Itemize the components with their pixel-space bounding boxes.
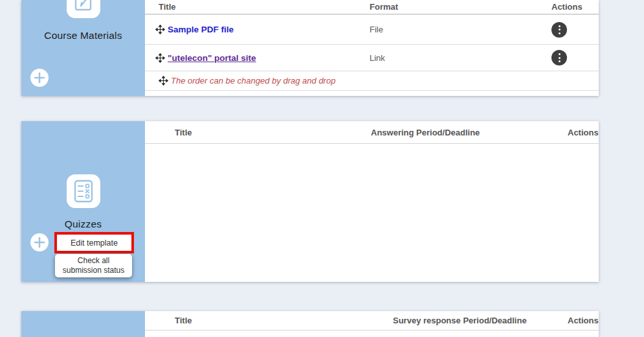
drag-move-icon — [159, 76, 168, 86]
edit-document-icon — [67, 0, 100, 18]
drag-move-icon[interactable] — [155, 53, 165, 63]
column-header-actions: Actions — [568, 316, 599, 325]
column-header-answering-period: Answering Period/Deadline — [371, 128, 480, 137]
plus-icon — [30, 233, 49, 251]
add-quiz-button[interactable] — [30, 233, 49, 251]
material-format: File — [370, 25, 551, 34]
plus-icon — [30, 69, 49, 87]
material-row-pdf: Sample PDF file File — [145, 15, 599, 45]
quizzes-card: Quizzes Edit template Check all submissi… — [21, 121, 599, 282]
material-row-utelecon: "utelecon" portal site Link — [145, 45, 599, 71]
drag-move-icon[interactable] — [155, 25, 165, 34]
material-link-utelecon-portal[interactable]: "utelecon" portal site — [168, 53, 256, 63]
section-title-quizzes: Quizzes — [21, 218, 145, 230]
row-actions-kebab-button[interactable] — [551, 50, 567, 65]
add-material-button[interactable] — [30, 69, 49, 87]
column-header-actions: Actions — [551, 2, 583, 12]
section-title-course-materials: Course Materials — [21, 30, 145, 41]
column-header-title: Title — [145, 2, 176, 12]
edit-template-button[interactable]: Edit template — [54, 232, 134, 253]
material-link-sample-pdf[interactable]: Sample PDF file — [168, 25, 234, 34]
row-actions-kebab-button[interactable] — [551, 22, 567, 38]
quizzes-sidebar: Quizzes Edit template Check all submissi… — [21, 121, 145, 282]
surveys-card: Title Survey response Period/Deadline Ac… — [21, 311, 599, 337]
table-header-row: Title Answering Period/Deadline Actions — [145, 121, 599, 144]
column-header-title: Title — [145, 128, 192, 137]
course-materials-table: Title Format Actions Sample PDF file Fil… — [145, 0, 599, 96]
column-header-actions: Actions — [568, 128, 599, 137]
column-header-survey-period: Survey response Period/Deadline — [393, 316, 527, 325]
surveys-sidebar — [21, 311, 145, 337]
course-materials-card: Course Materials Title Format Actions — [21, 0, 599, 96]
table-header-row: Title Format Actions — [145, 0, 599, 15]
column-header-title: Title — [145, 316, 192, 325]
check-all-submission-status-button[interactable]: Check all submission status — [55, 254, 132, 277]
quizzes-table: Title Answering Period/Deadline Actions — [145, 121, 599, 282]
surveys-table: Title Survey response Period/Deadline Ac… — [145, 311, 599, 337]
material-format: Link — [370, 53, 551, 63]
course-materials-sidebar: Course Materials — [21, 0, 145, 96]
drag-drop-note-row: The order can be changed by drag and dro… — [145, 71, 599, 91]
quiz-checklist-icon — [67, 174, 100, 208]
drag-drop-note: The order can be changed by drag and dro… — [171, 76, 335, 86]
table-header-row: Title Survey response Period/Deadline Ac… — [145, 311, 599, 331]
column-header-format: Format — [370, 2, 398, 12]
